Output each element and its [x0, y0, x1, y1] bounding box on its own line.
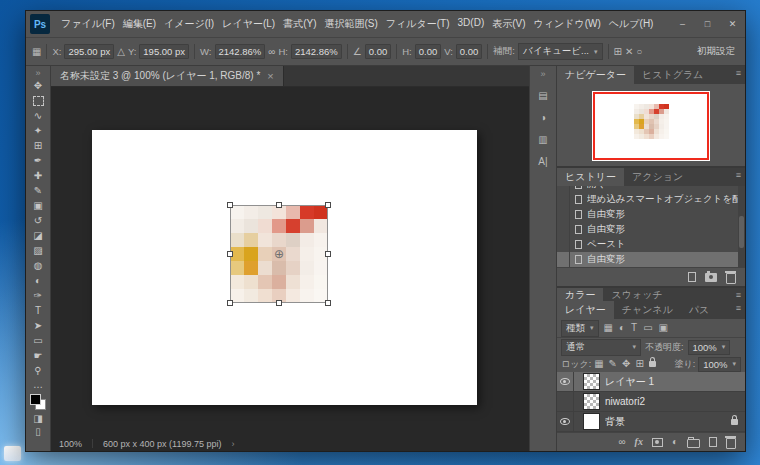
- path-selection-tool[interactable]: ➤: [26, 318, 50, 333]
- lock-position-icon[interactable]: ✥: [622, 359, 630, 369]
- hand-tool[interactable]: ☛: [26, 348, 50, 363]
- tab-layers-3[interactable]: パス: [681, 301, 717, 319]
- transform-handle-w[interactable]: [227, 251, 233, 257]
- adjustment-layer-icon[interactable]: ◐: [672, 437, 678, 447]
- shape-filter-icon[interactable]: ▭: [643, 323, 652, 333]
- interpolation-dropdown[interactable]: バイキュービ... ▾: [518, 43, 603, 60]
- tab-layers-1[interactable]: レイヤー: [557, 301, 614, 319]
- menubar-item-10[interactable]: ウィンドウ(W): [530, 17, 605, 31]
- marquee-tool[interactable]: [26, 93, 50, 108]
- transform-handle-sw[interactable]: [227, 300, 233, 306]
- pen-tool[interactable]: ✑: [26, 288, 50, 303]
- minimize-button[interactable]: –: [670, 15, 695, 34]
- eraser-tool[interactable]: ◪: [26, 228, 50, 243]
- character-panel-icon[interactable]: A|: [538, 156, 547, 167]
- clone-stamp-tool[interactable]: ▣: [26, 198, 50, 213]
- panel-menu-icon[interactable]: ≡: [736, 168, 745, 186]
- history-source-well[interactable]: [560, 222, 570, 237]
- transform-handle-s[interactable]: [276, 300, 282, 306]
- fill-dropdown[interactable]: 100% ▾: [698, 357, 741, 372]
- type-tool[interactable]: T: [26, 303, 50, 318]
- zoom-tool[interactable]: ⚲: [26, 363, 50, 378]
- menubar-item-8[interactable]: 3D(D): [454, 17, 489, 31]
- y-input[interactable]: 195.00 px: [139, 44, 189, 59]
- eyedropper-tool[interactable]: ✒: [26, 153, 50, 168]
- dodge-tool[interactable]: ◐: [26, 273, 50, 288]
- delete-layer-icon[interactable]: [726, 438, 736, 449]
- transform-handle-n[interactable]: [276, 202, 282, 208]
- transform-handle-ne[interactable]: [325, 202, 331, 208]
- visibility-toggle[interactable]: [557, 372, 574, 391]
- libraries-panel-icon[interactable]: ▤: [538, 90, 547, 101]
- tab-navigator-1[interactable]: ナビゲーター: [557, 66, 634, 84]
- new-group-icon[interactable]: [687, 439, 700, 448]
- history-scrollbar-thumb[interactable]: [739, 216, 744, 248]
- x-input[interactable]: 295.00 px: [64, 44, 114, 59]
- opacity-dropdown[interactable]: 100% ▾: [688, 340, 731, 355]
- tab-navigator-2[interactable]: ヒストグラム: [634, 66, 711, 84]
- history-item[interactable]: 自由変形: [557, 252, 745, 267]
- layer-thumbnail[interactable]: [583, 373, 600, 390]
- screen-mode-icon[interactable]: ▯: [35, 426, 41, 439]
- layer-row[interactable]: 背景: [557, 412, 745, 432]
- cancel-transform-icon[interactable]: ✕: [625, 46, 633, 57]
- panel-menu-icon[interactable]: ≡: [736, 301, 745, 319]
- adjustments-panel-icon[interactable]: ◑: [540, 112, 546, 123]
- height-input[interactable]: 2142.86%: [291, 44, 342, 59]
- status-chevron-icon[interactable]: ›: [231, 439, 234, 449]
- tab-layers-2[interactable]: チャンネル: [614, 301, 681, 319]
- history-source-well[interactable]: [560, 252, 570, 267]
- history-item[interactable]: ペースト: [557, 237, 745, 252]
- navigator-thumbnail[interactable]: [592, 91, 710, 161]
- tab-color-2[interactable]: スウォッチ: [603, 288, 670, 301]
- visibility-toggle[interactable]: [557, 392, 574, 411]
- new-snapshot-icon[interactable]: [705, 273, 717, 282]
- more-tools-icon[interactable]: …: [33, 379, 43, 390]
- type-filter-icon[interactable]: T: [631, 323, 637, 333]
- layer-style-icon[interactable]: fx: [635, 437, 643, 447]
- reference-point-locator-icon[interactable]: ▦: [32, 46, 41, 57]
- healing-brush-tool[interactable]: ✚: [26, 168, 50, 183]
- menubar-item-11[interactable]: ヘルプ(H): [605, 17, 658, 31]
- transform-handle-se[interactable]: [325, 300, 331, 306]
- rotation-input[interactable]: 0.00: [365, 44, 392, 59]
- taskbar-app-icon[interactable]: [4, 446, 21, 461]
- smart-object-filter-icon[interactable]: ▣: [659, 323, 668, 333]
- document-tab[interactable]: 名称未設定 3 @ 100% (レイヤー 1, RGB/8) * ×: [51, 66, 284, 86]
- lasso-tool[interactable]: ∿: [26, 108, 50, 123]
- lock-all-icon[interactable]: [649, 361, 656, 367]
- transform-handle-e[interactable]: [325, 251, 331, 257]
- adjustment-filter-icon[interactable]: ◐: [619, 323, 625, 333]
- commit-transform-icon[interactable]: ○: [636, 46, 642, 57]
- toolbar-collapse-icon[interactable]: »: [35, 68, 40, 78]
- menubar-item-9[interactable]: 表示(V): [488, 17, 529, 31]
- expand-panels-icon[interactable]: »: [540, 69, 545, 79]
- width-input[interactable]: 2142.86%: [215, 44, 266, 59]
- menubar-item-7[interactable]: フィルター(T): [382, 17, 454, 31]
- tab-history-1[interactable]: ヒストリー: [557, 168, 624, 186]
- skew-v-input[interactable]: 0.00: [456, 44, 483, 59]
- menubar-item-6[interactable]: 選択範囲(S): [321, 17, 382, 31]
- warp-mode-toggle-icon[interactable]: ⊞: [614, 46, 622, 57]
- layer-thumbnail[interactable]: [583, 413, 600, 430]
- brush-tool[interactable]: ✎: [26, 183, 50, 198]
- new-layer-icon[interactable]: [709, 437, 717, 447]
- menubar-item-5[interactable]: 書式(Y): [279, 17, 320, 31]
- tab-color-1[interactable]: カラー: [557, 288, 603, 301]
- delete-state-icon[interactable]: [726, 273, 736, 284]
- skew-h-input[interactable]: 0.00: [415, 44, 442, 59]
- new-document-from-state-icon[interactable]: [688, 272, 696, 282]
- zoom-level[interactable]: 100%: [59, 439, 82, 449]
- quick-mask-icon[interactable]: ◨: [33, 413, 42, 426]
- tab-close-icon[interactable]: ×: [267, 70, 273, 82]
- history-source-well[interactable]: [560, 192, 570, 207]
- history-scrollbar[interactable]: [738, 186, 745, 267]
- menubar-item-3[interactable]: イメージ(I): [160, 17, 218, 31]
- blend-mode-dropdown[interactable]: 通常 ▾: [561, 339, 641, 356]
- tab-history-2[interactable]: アクション: [624, 168, 691, 186]
- maximize-button[interactable]: □: [695, 15, 720, 34]
- history-item[interactable]: 自由変形: [557, 207, 745, 222]
- document-canvas[interactable]: ⊕: [92, 130, 477, 405]
- layer-filter-dropdown[interactable]: 種類 ▾: [561, 320, 599, 337]
- history-brush-tool[interactable]: ↺: [26, 213, 50, 228]
